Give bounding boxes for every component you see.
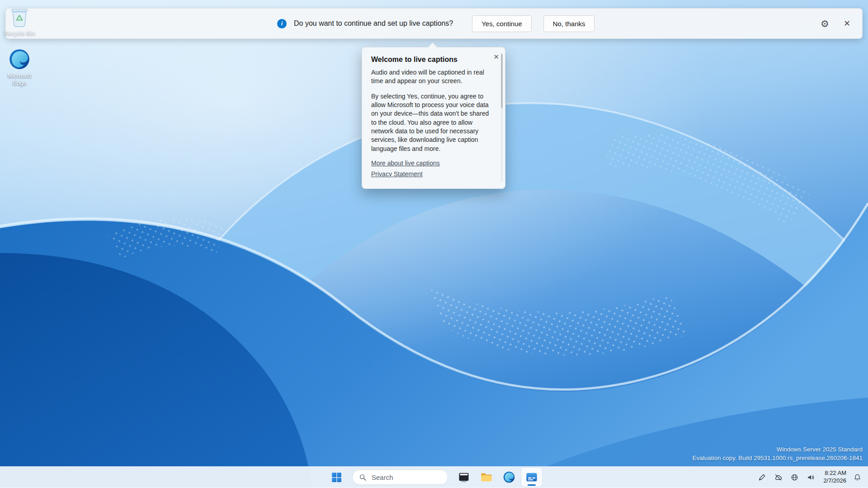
active-app-indicator (528, 484, 536, 486)
watermark-line2: Evaluation copy. Build 29531.1000.rs_pre… (692, 454, 863, 463)
cloud-off-icon-glyph (774, 473, 783, 482)
settings-gear-icon[interactable]: ⚙ (820, 18, 830, 29)
clock-time: 8:22 AM (825, 469, 846, 477)
start-button[interactable] (326, 468, 347, 487)
file-explorer-folder-icon (480, 471, 493, 483)
edge-label: Microsoft Edge (2, 72, 37, 86)
volume-icon[interactable] (806, 472, 816, 483)
popup-paragraph-2: By selecting Yes, continue, you agree to… (371, 92, 494, 153)
taskbar-app-window[interactable] (453, 468, 474, 487)
setup-buttons: Yes, continue No, thanks (472, 15, 594, 32)
setup-bar-controls: ⚙ ✕ (820, 9, 851, 38)
yes-continue-button[interactable]: Yes, continue (472, 15, 532, 32)
taskbar-center-group (326, 466, 542, 488)
setup-question-text: Do you want to continue and set up live … (294, 19, 453, 28)
recycle-bin-icon (8, 5, 31, 28)
popup-scrollbar-track (501, 54, 503, 182)
network-globe-icon-glyph (790, 473, 799, 482)
pen-icon-glyph (758, 473, 766, 482)
cloud-off-icon[interactable] (773, 472, 783, 483)
clock-date: 2/7/2026 (823, 477, 846, 485)
search-input[interactable] (371, 473, 440, 482)
live-captions-welcome-popup: ✕ Welcome to live captions Audio and vid… (362, 47, 505, 189)
close-bar-icon[interactable]: ✕ (843, 19, 851, 28)
microsoft-edge-shortcut[interactable]: Microsoft Edge (2, 48, 37, 86)
live-captions-icon (525, 471, 538, 483)
edge-icon (8, 48, 31, 70)
live-captions-setup-bar: i Do you want to continue and set up liv… (5, 8, 863, 39)
watermark-line1: Windows Server 2025 Standard (692, 445, 863, 454)
popup-scrollbar-thumb[interactable] (501, 54, 503, 108)
taskbar-search[interactable] (352, 469, 448, 485)
edge-icon (503, 471, 515, 483)
info-icon: i (277, 19, 287, 28)
taskbar-clock[interactable]: 8:22 AM 2/7/2026 (823, 469, 846, 485)
popup-links: More about live captions Privacy Stateme… (371, 160, 494, 178)
pen-icon[interactable] (757, 472, 767, 483)
eval-watermark: Windows Server 2025 Standard Evaluation … (692, 445, 863, 463)
system-tray: 8:22 AM 2/7/2026 (757, 466, 863, 488)
popup-paragraph-1: Audio and video will be captioned in rea… (371, 68, 494, 86)
popup-title: Welcome to live captions (371, 56, 494, 64)
setup-bar-content: i Do you want to continue and set up liv… (277, 9, 594, 38)
taskbar: 8:22 AM 2/7/2026 (0, 466, 868, 488)
search-icon (359, 474, 367, 481)
notifications-bell-icon[interactable] (852, 472, 863, 483)
taskbar-live-captions-active[interactable] (521, 468, 542, 487)
windows-start-icon (331, 472, 342, 483)
taskbar-microsoft-edge[interactable] (499, 468, 519, 487)
bell-icon-glyph (853, 473, 862, 482)
no-thanks-button[interactable]: No, thanks (543, 15, 595, 32)
recycle-bin-shortcut[interactable]: Recycle Bin (2, 5, 37, 37)
network-globe-icon[interactable] (789, 472, 800, 483)
volume-icon-glyph (807, 473, 815, 482)
more-about-live-captions-link[interactable]: More about live captions (371, 160, 494, 167)
privacy-statement-link[interactable]: Privacy Statement (371, 170, 494, 178)
recycle-bin-label: Recycle Bin (4, 30, 35, 37)
taskbar-file-explorer[interactable] (476, 468, 497, 487)
dark-window-app-icon (458, 471, 470, 483)
windows-desktop: Windows Server 2025 Standard Evaluation … (0, 0, 868, 488)
popup-close-icon[interactable]: ✕ (492, 52, 500, 61)
